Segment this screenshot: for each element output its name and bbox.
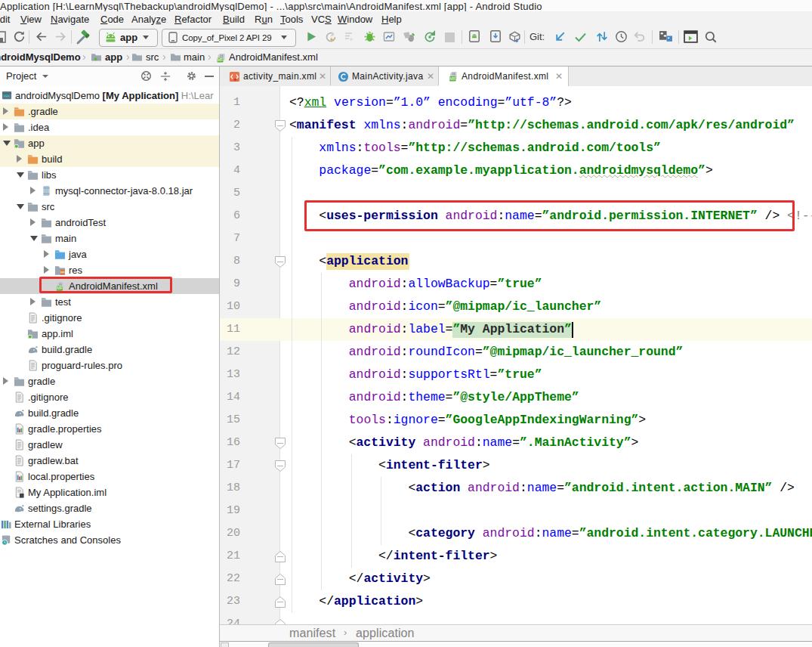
svg-text:MF: MF [449, 76, 456, 81]
svg-text:MF: MF [218, 57, 224, 62]
